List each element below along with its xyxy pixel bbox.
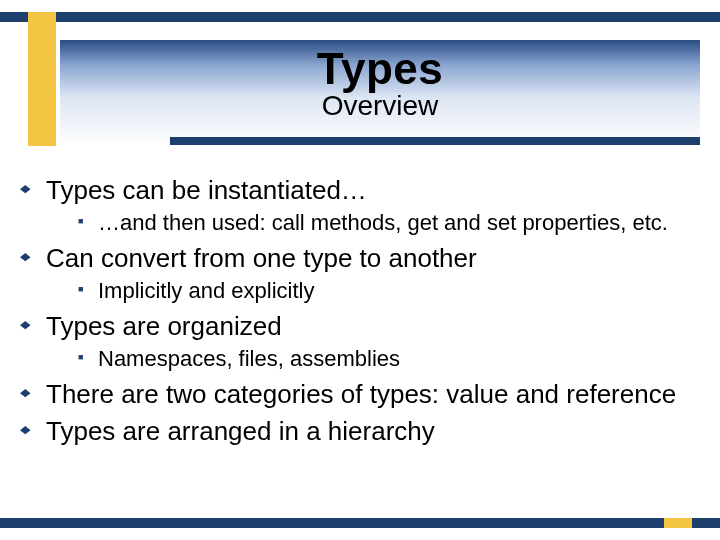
bottom-gold-accent (664, 518, 692, 528)
bullet-level1: Can convert from one type to another (20, 242, 700, 275)
slide-subtitle: Overview (60, 90, 700, 122)
content-area: Types can be instantiated… …and then use… (20, 170, 700, 449)
bullet-level1: Types are organized (20, 310, 700, 343)
bullet-level2: Namespaces, files, assemblies (20, 345, 700, 373)
bullet-level2: …and then used: call methods, get and se… (20, 209, 700, 237)
bullet-level1: Types are arranged in a hierarchy (20, 415, 700, 448)
title-underline (170, 137, 700, 145)
bullet-level2: Implicitly and explicitly (20, 277, 700, 305)
slide-title: Types (60, 40, 700, 94)
bottom-bar (0, 518, 720, 528)
title-block: Types Overview (60, 40, 700, 145)
bullet-level1: Types can be instantiated… (20, 174, 700, 207)
top-bar (0, 12, 720, 22)
bullet-level1: There are two categories of types: value… (20, 378, 700, 411)
side-gold-accent (28, 12, 56, 146)
